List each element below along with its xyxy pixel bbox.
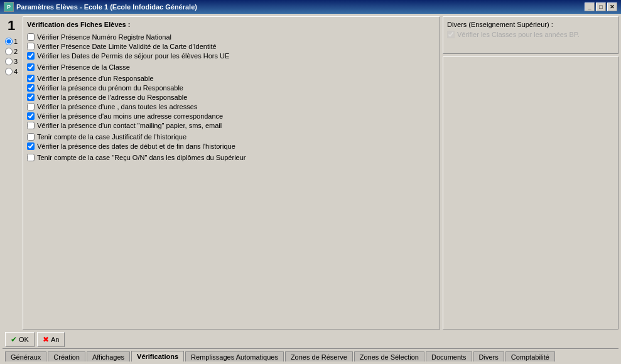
tab-divers[interactable]: Divers <box>473 351 504 361</box>
tab-affichages[interactable]: Affichages <box>87 351 130 361</box>
tab-generaux[interactable]: Généraux <box>5 351 46 361</box>
divers-box: Divers (Enseignement Supérieur) : Vérifi… <box>443 16 618 54</box>
checkbox-adresse-responsable[interactable] <box>27 94 35 101</box>
checkbox-classe[interactable] <box>27 63 35 71</box>
label-adresse-correspondance: Vérifier la présence d'au moins une adre… <box>37 112 223 120</box>
label-justificatif: Tenir compte de la case Justificatif de … <box>37 133 186 141</box>
checkbox-item-5: Vérifier la présence d'un Responsable <box>27 75 436 82</box>
checkbox-item-3: Vérifier les Dates de Permis de séjour p… <box>27 52 436 60</box>
label-responsable: Vérifier la présence d'un Responsable <box>37 75 154 82</box>
tab-creation[interactable]: Création <box>48 351 85 361</box>
checkbox-item-12: Vérifier la présence des dates de début … <box>27 142 436 150</box>
ok-button[interactable]: ✔ OK <box>5 332 35 347</box>
cancel-button[interactable]: ✖ An <box>37 332 65 347</box>
title-bar: P Paramètres Elèves - Ecole 1 (Ecole Inf… <box>0 0 621 14</box>
divers-box-title: Divers (Enseignement Supérieur) : <box>447 21 614 28</box>
checkbox-item-8: Vérifier la présence d'une , dans toutes… <box>27 103 436 110</box>
checkbox-prenom-responsable[interactable] <box>27 84 35 92</box>
radio-1[interactable] <box>5 38 13 45</box>
label-dates-historique: Vérifier la présence des dates de début … <box>37 142 235 150</box>
checkbox-permis-sejour[interactable] <box>27 52 35 60</box>
cancel-icon: ✖ <box>43 335 49 344</box>
radio-group: 1 2 3 4 <box>5 38 18 75</box>
radio-item-1[interactable]: 1 <box>5 38 18 45</box>
label-classes-bp: Vérifier les Classes pour les années BP. <box>457 31 580 38</box>
label-contact-mailing: Vérifier la présence d'un contact "maili… <box>37 122 222 129</box>
maximize-button[interactable]: □ <box>596 3 606 11</box>
label-prenom-responsable: Vérifier la présence du prénom du Respon… <box>37 84 183 92</box>
left-number-panel: 1 1 2 3 4 <box>3 16 20 329</box>
checkbox-item-6: Vérifier la présence du prénom du Respon… <box>27 84 436 92</box>
checkbox-justificatif[interactable] <box>27 133 35 141</box>
center-panel-title: Vérification des Fiches Elèves : <box>27 21 436 28</box>
checkbox-item-13: Tenir compte de la case "Reçu O/N" dans … <box>27 154 436 161</box>
right-panel: Divers (Enseignement Supérieur) : Vérifi… <box>443 16 618 329</box>
window-body: 1 1 2 3 4 Vé <box>0 14 621 364</box>
checkbox-item-7: Vérifier la présence de l'adresse du Res… <box>27 94 436 101</box>
radio-item-2[interactable]: 2 <box>5 48 18 55</box>
tab-bar: Généraux Création Affichages Vérificatio… <box>3 348 618 361</box>
checkbox-classes-bp[interactable] <box>447 31 455 38</box>
checkbox-virgule-adresses[interactable] <box>27 103 35 110</box>
checkbox-item-11: Tenir compte de la case Justificatif de … <box>27 133 436 141</box>
bottom-buttons: ✔ OK ✖ An <box>3 329 618 348</box>
title-bar-left: P Paramètres Elèves - Ecole 1 (Ecole Inf… <box>4 2 197 12</box>
checkbox-recu-diplomes[interactable] <box>27 154 35 161</box>
checkbox-dates-historique[interactable] <box>27 142 35 150</box>
checkbox-item-4: Vérifier Présence de la Classe <box>27 63 436 71</box>
app-icon: P <box>4 2 14 12</box>
label-recu-diplomes: Tenir compte de la case "Reçu O/N" dans … <box>37 154 246 161</box>
main-content: 1 1 2 3 4 Vé <box>3 16 618 329</box>
tab-documents[interactable]: Documents <box>426 351 472 361</box>
tab-verifications[interactable]: Vérifications <box>131 351 184 361</box>
center-panel: Vérification des Fiches Elèves : Vérifie… <box>23 16 440 329</box>
tab-zones-selection[interactable]: Zones de Sélection <box>354 351 424 361</box>
divers-checkbox-item-1: Vérifier les Classes pour les années BP. <box>447 31 614 38</box>
big-number: 1 <box>8 19 15 33</box>
close-button[interactable]: ✕ <box>607 3 617 11</box>
label-permis-sejour: Vérifier les Dates de Permis de séjour p… <box>37 52 229 60</box>
title-bar-controls: _ □ ✕ <box>585 3 617 11</box>
checkbox-item-10: Vérifier la présence d'un contact "maili… <box>27 122 436 129</box>
window-title: Paramètres Elèves - Ecole 1 (Ecole Infod… <box>16 3 197 11</box>
content-area: 1 1 2 3 4 Vé <box>3 16 618 361</box>
radio-item-3[interactable]: 3 <box>5 58 18 65</box>
checkbox-responsable[interactable] <box>27 75 35 82</box>
label-adresse-responsable: Vérifier la présence de l'adresse du Res… <box>37 94 187 101</box>
right-bottom-area <box>443 56 618 329</box>
label-virgule-adresses: Vérifier la présence d'une , dans toutes… <box>37 103 197 110</box>
checkbox-adresse-correspondance[interactable] <box>27 112 35 120</box>
label-classe: Vérifier Présence de la Classe <box>37 63 130 71</box>
cancel-label: An <box>51 336 59 343</box>
radio-item-4[interactable]: 4 <box>5 68 18 75</box>
tab-remplissages[interactable]: Remplissages Automatiques <box>185 351 284 361</box>
ok-label: OK <box>19 336 29 343</box>
checkbox-item-1: Vérifier Présence Numéro Registre Nation… <box>27 33 436 41</box>
radio-4[interactable] <box>5 68 13 75</box>
checkbox-item-9: Vérifier la présence d'au moins une adre… <box>27 112 436 120</box>
radio-2[interactable] <box>5 48 13 55</box>
ok-icon: ✔ <box>11 335 17 344</box>
minimize-button[interactable]: _ <box>585 3 595 11</box>
tab-comptabilite[interactable]: Comptabilité <box>505 351 555 361</box>
radio-3[interactable] <box>5 58 13 65</box>
checkbox-item-2: Vérifier Présence Date Limite Validité d… <box>27 43 436 50</box>
checkbox-carte-identite[interactable] <box>27 43 35 50</box>
tab-zones-reserve[interactable]: Zones de Réserve <box>285 351 353 361</box>
label-registre: Vérifier Présence Numéro Registre Nation… <box>37 33 171 41</box>
checkbox-contact-mailing[interactable] <box>27 122 35 129</box>
label-carte-identite: Vérifier Présence Date Limite Validité d… <box>37 43 217 50</box>
checkbox-registre[interactable] <box>27 33 35 41</box>
